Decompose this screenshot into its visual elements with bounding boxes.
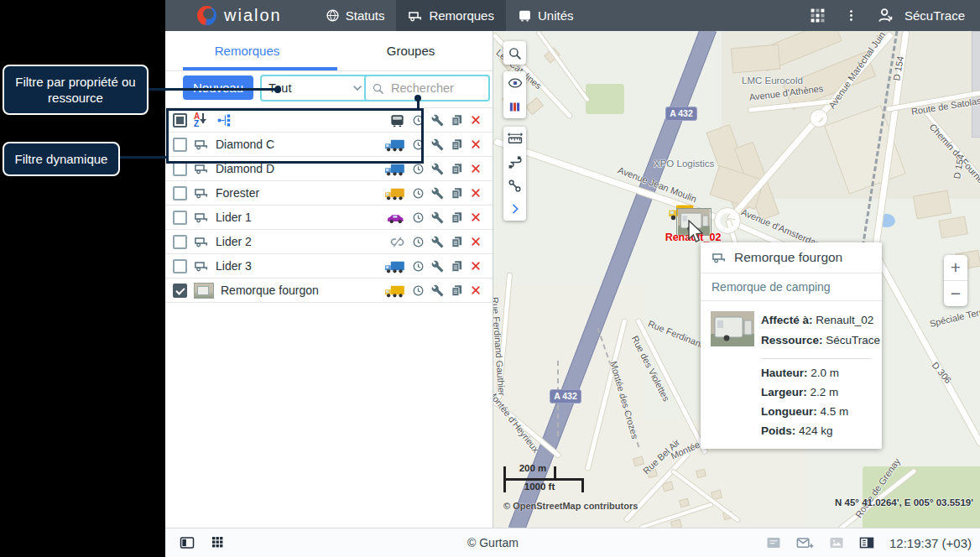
waypoints-icon[interactable]: [503, 174, 526, 197]
wrench-icon[interactable]: [431, 163, 444, 175]
copy-icon[interactable]: [451, 163, 463, 175]
trailer-icon: [194, 234, 209, 249]
user-name: SécuTrace: [904, 8, 965, 23]
clock-icon[interactable]: [412, 138, 425, 151]
tab-groupes[interactable]: Groupes: [329, 31, 493, 70]
clock-icon[interactable]: [412, 236, 425, 248]
table-row[interactable]: Diamond C: [165, 133, 493, 157]
toggle-panel-icon[interactable]: [180, 535, 195, 550]
nav-item-unites[interactable]: Unités: [506, 0, 586, 31]
delete-icon[interactable]: [470, 236, 482, 247]
photo-icon[interactable]: [829, 535, 844, 550]
top-navbar: wialon Statuts Remorques Unités SécuTrac…: [165, 0, 980, 31]
clock-icon[interactable]: [412, 260, 425, 273]
vehicle-column-icon[interactable]: [389, 112, 405, 128]
clock-icon[interactable]: [412, 163, 425, 175]
wrench-icon[interactable]: [431, 187, 444, 200]
clock-icon[interactable]: [412, 284, 425, 297]
clock-icon[interactable]: [412, 187, 425, 200]
bottom-grid-icon[interactable]: [211, 535, 224, 549]
row-checkbox[interactable]: [173, 235, 187, 249]
table-row[interactable]: Lider 3: [165, 254, 493, 278]
delete-icon[interactable]: [470, 163, 482, 174]
copy-icon[interactable]: [451, 211, 463, 224]
zoom-in-button[interactable]: +: [944, 255, 967, 280]
table-row[interactable]: Lider 2: [165, 230, 493, 254]
trailer-name[interactable]: Diamond D: [216, 162, 378, 175]
delete-icon[interactable]: [470, 284, 482, 296]
delete-icon[interactable]: [470, 260, 482, 272]
wrench-icon[interactable]: [431, 138, 444, 151]
wrench-icon[interactable]: [431, 284, 444, 297]
row-checkbox[interactable]: [173, 138, 187, 152]
wrench-icon[interactable]: [431, 211, 444, 224]
wrench-icon[interactable]: [431, 114, 444, 127]
nav-item-statuts[interactable]: Statuts: [314, 0, 397, 31]
clock-icon[interactable]: [412, 211, 425, 224]
chevron-down-icon: [351, 81, 364, 95]
wialon-logo-text: wialon: [224, 6, 282, 25]
delete-icon[interactable]: [470, 187, 482, 199]
notes-icon[interactable]: [766, 535, 781, 550]
row-checkbox[interactable]: [173, 162, 187, 176]
apps-grid-icon[interactable]: [810, 8, 826, 23]
user-menu[interactable]: SécuTrace: [877, 7, 965, 24]
delete-icon[interactable]: [470, 114, 482, 126]
nav-item-remorques[interactable]: Remorques: [396, 0, 506, 31]
map-place-label: XPO Logistics: [654, 159, 714, 169]
sort-az-icon[interactable]: AZ: [194, 112, 211, 128]
vehicle-thumb[interactable]: [384, 161, 405, 177]
table-row[interactable]: Diamond D: [165, 157, 493, 181]
expand-chevron-icon[interactable]: [503, 197, 526, 221]
vehicle-thumb[interactable]: [384, 185, 405, 201]
table-row[interactable]: Lider 1: [165, 206, 493, 230]
wrench-icon[interactable]: [431, 236, 444, 248]
row-checkbox[interactable]: [173, 259, 187, 273]
trailer-name[interactable]: Remorque fourgon: [221, 284, 378, 297]
unlink-icon[interactable]: [389, 234, 405, 250]
active-tab-underline: [183, 67, 337, 70]
select-all-checkbox[interactable]: [173, 113, 187, 128]
map-canvas[interactable]: Les Catelines LMC Eurocold Avenue d'Athè…: [493, 31, 980, 528]
ruler-icon[interactable]: [503, 127, 526, 150]
mail-plus-icon[interactable]: [796, 535, 814, 551]
globe-icon: [326, 8, 340, 23]
report-icon[interactable]: [859, 535, 874, 550]
tab-remorques[interactable]: Remorques: [165, 31, 329, 70]
bus-icon: [518, 8, 532, 23]
table-row[interactable]: Remorque fourgon: [165, 278, 493, 303]
trailer-name[interactable]: Lider 2: [216, 235, 383, 248]
search-input[interactable]: [389, 81, 477, 96]
row-checkbox[interactable]: [173, 284, 187, 298]
kebab-menu-icon[interactable]: [844, 8, 858, 23]
row-checkbox[interactable]: [173, 211, 187, 225]
visibility-eye-icon[interactable]: [503, 71, 526, 95]
vehicle-thumb[interactable]: [386, 210, 405, 225]
trailer-name[interactable]: Diamond C: [216, 138, 378, 151]
trailer-name[interactable]: Lider 1: [216, 211, 379, 224]
wrench-icon[interactable]: [431, 260, 444, 273]
trailer-name[interactable]: Forester: [216, 186, 378, 200]
vehicle-thumb[interactable]: [384, 137, 405, 153]
map-search-icon[interactable]: [503, 41, 526, 65]
vehicle-thumb[interactable]: [384, 283, 405, 299]
copy-icon[interactable]: [451, 187, 463, 200]
delete-icon[interactable]: [470, 138, 482, 150]
callout-connector-dot: [274, 86, 281, 93]
delete-icon[interactable]: [470, 211, 482, 223]
table-row[interactable]: Forester: [165, 181, 493, 206]
copy-icon[interactable]: [451, 236, 463, 248]
copy-icon[interactable]: [451, 260, 463, 273]
row-checkbox[interactable]: [173, 186, 187, 200]
map-tool-controls: [503, 127, 526, 221]
copy-icon[interactable]: [451, 114, 463, 127]
track-route-icon[interactable]: [503, 150, 526, 174]
propagate-icon[interactable]: [217, 113, 232, 128]
copy-icon[interactable]: [451, 138, 463, 151]
trailer-name[interactable]: Lider 3: [216, 259, 378, 273]
zoom-out-button[interactable]: −: [944, 280, 967, 306]
vehicle-thumb[interactable]: [384, 258, 405, 274]
map-layers-icon[interactable]: [503, 95, 526, 118]
copy-icon[interactable]: [451, 284, 463, 297]
clock-icon[interactable]: [412, 114, 425, 127]
